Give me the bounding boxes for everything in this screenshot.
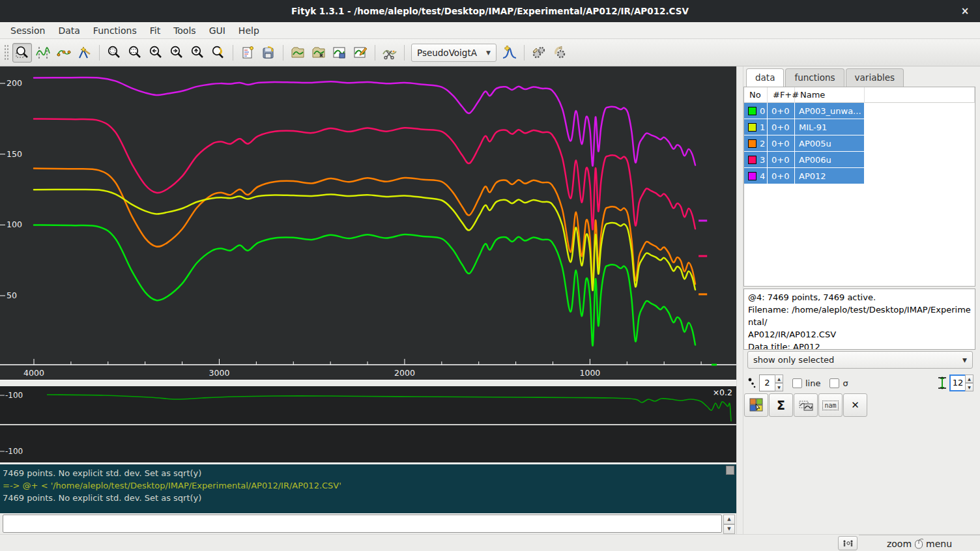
zoom-right-button[interactable]	[167, 43, 186, 63]
zoom-up-button[interactable]	[188, 43, 207, 63]
command-input-row: ▲ ▼	[0, 513, 736, 534]
mouse-hints-button[interactable]	[838, 536, 857, 550]
menu-item-gui[interactable]: GUI	[203, 23, 232, 38]
window-title: Fityk 1.3.1 - /home/aleplo/test/Desktop/…	[291, 6, 689, 16]
shift-spinner[interactable]: 12 ▲▼	[949, 374, 973, 391]
tab-functions[interactable]: functions	[785, 68, 844, 87]
color-swatch[interactable]	[748, 139, 757, 148]
data-row[interactable]: 40+0AP012	[744, 168, 975, 184]
data-transform-button[interactable]	[380, 43, 399, 63]
plot-splitter-sash[interactable]	[0, 380, 736, 386]
zoom-vertical-button[interactable]	[125, 43, 145, 63]
sidebar-tabs: datafunctionsvariables	[746, 68, 905, 87]
open-folder-icon	[291, 46, 305, 60]
add-function-button[interactable]	[500, 43, 519, 63]
output-console[interactable]: 7469 points. No explicit std. dev. Set a…	[0, 464, 736, 513]
menu-item-fit[interactable]: Fit	[143, 23, 167, 38]
line-checkbox[interactable]	[792, 378, 802, 388]
title-bar: Fityk 1.3.1 - /home/aleplo/test/Desktop/…	[0, 0, 980, 22]
command-history-spin[interactable]: ▲ ▼	[723, 515, 735, 533]
spin-up-icon[interactable]: ▲	[775, 374, 783, 383]
point-size-icon	[747, 377, 757, 389]
mouse-mode-hint: zoom menu	[859, 535, 980, 551]
command-input[interactable]	[3, 515, 722, 533]
zoom-undo-icon	[211, 46, 225, 60]
color-swatch[interactable]	[748, 123, 757, 132]
menu-item-functions[interactable]: Functions	[87, 23, 143, 38]
data-row[interactable]: 20+0AP005u	[744, 135, 975, 152]
mode-baseline-button[interactable]	[54, 43, 74, 63]
zoom-previous-button[interactable]	[209, 43, 228, 63]
zoom-all-icon	[107, 46, 121, 60]
chevron-down-icon: ▼	[962, 357, 967, 363]
spin-down-icon[interactable]: ▼	[965, 383, 973, 391]
mode-data-range-button[interactable]	[33, 43, 53, 63]
show-filter-combo[interactable]: show only selected ▼	[747, 351, 973, 369]
auxiliary-plot-1[interactable]: -100×0.2	[0, 386, 736, 424]
spin-down-icon[interactable]: ▼	[723, 524, 735, 534]
fit-run-button[interactable]	[529, 43, 549, 63]
mode-zoom-button[interactable]	[12, 43, 32, 63]
fit-continue-button[interactable]	[550, 43, 569, 63]
spin-down-icon[interactable]: ▼	[775, 383, 783, 391]
data-list[interactable]: No #F+# Name 00+0AP003_unwa...10+0MIL-91…	[743, 87, 975, 287]
data-table-button[interactable]	[330, 43, 349, 63]
toolbar: PseudoVoigtA ▼	[0, 39, 980, 66]
spin-up-icon[interactable]: ▲	[723, 515, 735, 524]
data-row[interactable]: 10+0MIL-91	[744, 119, 975, 135]
load-data-merge-button[interactable]	[309, 43, 328, 63]
color-swatch[interactable]	[748, 156, 757, 164]
save-session-icon	[261, 46, 276, 60]
data-row[interactable]: 00+0AP003_unwa...	[744, 103, 975, 119]
toolbar-separator	[233, 45, 233, 61]
load-data-button[interactable]	[288, 43, 308, 63]
shift-value: 12	[949, 374, 965, 391]
function-type-value: PseudoVoigtA	[417, 48, 477, 58]
data-row[interactable]: 30+0AP006u	[744, 152, 975, 168]
aux-plot-1-canvas: -100×0.2	[0, 386, 736, 424]
script-log-button[interactable]	[238, 43, 257, 63]
y-tick-label: 200	[7, 78, 22, 88]
data-list-body: 00+0AP003_unwa...10+0MIL-9120+0AP005u30+…	[744, 103, 975, 184]
sigma-checkbox[interactable]	[829, 378, 839, 388]
auxiliary-plot-2[interactable]: -100	[0, 425, 736, 462]
peak-wand-icon	[78, 46, 92, 60]
toolbar-separator	[404, 45, 405, 61]
y-tick-label: 100	[7, 219, 22, 229]
menu-item-session[interactable]: Session	[4, 23, 51, 38]
menu-item-help[interactable]: Help	[232, 23, 266, 38]
dataset-name: AP006u	[795, 152, 865, 168]
main-plot[interactable]: 400030002000100020015010050	[0, 66, 736, 380]
delete-button[interactable]: ✕	[843, 393, 867, 417]
data-colors-button[interactable]	[744, 393, 768, 417]
vertical-splitter[interactable]	[736, 66, 743, 534]
spin-up-icon[interactable]: ▲	[965, 374, 973, 383]
function-count: 0+0	[768, 135, 795, 152]
console-scrollbar[interactable]	[725, 464, 736, 513]
zoom-up-icon	[190, 46, 205, 60]
dataset-name: AP003_unwa...	[795, 103, 865, 119]
rename-button[interactable]: nam	[818, 393, 843, 417]
close-icon[interactable]: ×	[959, 5, 971, 17]
copy-data-button[interactable]	[794, 393, 818, 417]
dataset-number: 1	[760, 119, 765, 135]
x-tick-label: 1000	[580, 368, 601, 378]
save-session-button[interactable]	[259, 43, 278, 63]
menu-item-data[interactable]: Data	[51, 23, 86, 38]
sum-button[interactable]: Σ	[769, 393, 793, 417]
color-swatch[interactable]	[748, 107, 757, 115]
zoom-left-button[interactable]	[146, 43, 166, 63]
tab-variables[interactable]: variables	[846, 68, 904, 87]
data-editor-button[interactable]	[351, 43, 370, 63]
zoom-all-button[interactable]	[104, 43, 124, 63]
aux1-scale-label: ×0.2	[713, 388, 732, 397]
toolbar-grip[interactable]	[4, 44, 9, 61]
plot-style-controls: 2 ▲▼ line σ 12 ▲▼	[743, 373, 980, 393]
color-swatch[interactable]	[748, 172, 757, 180]
function-type-combo[interactable]: PseudoVoigtA ▼	[411, 44, 497, 62]
menu-item-tools[interactable]: Tools	[167, 23, 203, 38]
scrollbar-thumb[interactable]	[726, 466, 734, 475]
tab-data[interactable]: data	[746, 68, 784, 87]
mode-add-peak-button[interactable]	[75, 43, 94, 63]
point-size-spinner[interactable]: 2 ▲▼	[759, 374, 783, 391]
